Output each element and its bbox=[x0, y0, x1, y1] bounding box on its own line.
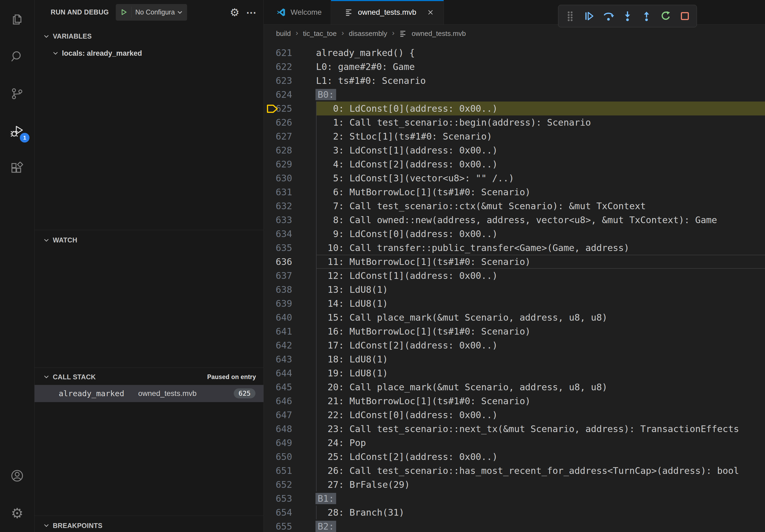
line-number[interactable]: 643 bbox=[264, 352, 297, 366]
line-number[interactable]: 654 bbox=[264, 505, 297, 519]
code-line-text[interactable]: already_marked() { bbox=[316, 46, 765, 60]
section-call-stack[interactable]: CALL STACK Paused on entry bbox=[35, 371, 264, 383]
line-number[interactable]: 655 bbox=[264, 519, 297, 532]
code-line-text[interactable]: 17: LdConst[2](address: 0x00..) bbox=[316, 338, 765, 352]
line-number[interactable]: 640 bbox=[264, 311, 297, 324]
code-line-text[interactable]: 12: LdConst[1](address: 0x00..) bbox=[316, 269, 765, 283]
line-number[interactable]: 630 bbox=[264, 171, 297, 185]
code-line-text[interactable]: 7: Call test_scenario::ctx(&mut Scenario… bbox=[316, 199, 765, 213]
line-number[interactable]: 653 bbox=[264, 492, 297, 505]
code-line-text[interactable]: 20: Call place_mark(&mut Scenario, addre… bbox=[316, 380, 765, 394]
line-number[interactable]: 649 bbox=[264, 436, 297, 450]
code-line-text[interactable]: 22: LdConst[0](address: 0x00..) bbox=[316, 408, 765, 422]
code-line-text[interactable]: 9: LdConst[0](address: 0x00..) bbox=[316, 227, 765, 241]
code-line-text[interactable]: 21: MutBorrowLoc[1](ts#1#0: Scenario) bbox=[316, 394, 765, 408]
code-line-text[interactable]: 10: Call transfer::public_transfer<Game>… bbox=[316, 241, 765, 255]
code-line-text[interactable]: 26: Call test_scenario::has_most_recent_… bbox=[316, 464, 765, 478]
line-number[interactable]: 624 bbox=[264, 88, 297, 102]
code-line-text[interactable]: 11: MutBorrowLoc[1](ts#1#0: Scenario) bbox=[316, 255, 765, 269]
continue-button[interactable] bbox=[583, 10, 596, 23]
step-out-button[interactable] bbox=[640, 10, 653, 23]
code-line-text[interactable]: 28: Branch(31) bbox=[316, 505, 765, 519]
section-watch[interactable]: WATCH bbox=[35, 234, 264, 247]
line-number[interactable]: 650 bbox=[264, 450, 297, 464]
line-number[interactable]: 637 bbox=[264, 269, 297, 283]
line-number[interactable]: 636 bbox=[264, 255, 297, 269]
breadcrumb-item[interactable]: disassembly bbox=[349, 30, 387, 38]
more-actions-icon[interactable]: ... bbox=[246, 8, 257, 16]
breadcrumb-item[interactable]: tic_tac_toe bbox=[303, 30, 337, 38]
activity-account[interactable] bbox=[0, 457, 34, 494]
line-number[interactable]: 638 bbox=[264, 283, 297, 297]
line-number[interactable]: 645 bbox=[264, 380, 297, 394]
code-line-text[interactable]: 16: MutBorrowLoc[1](ts#1#0: Scenario) bbox=[316, 324, 765, 338]
line-number[interactable]: 648 bbox=[264, 422, 297, 436]
activity-run-and-debug[interactable]: 1 bbox=[0, 113, 34, 150]
code-line-text[interactable]: 6: MutBorrowLoc[1](ts#1#0: Scenario) bbox=[316, 185, 765, 199]
tab-welcome[interactable]: Welcome bbox=[264, 0, 331, 24]
code-line-text[interactable]: 14: LdU8(1) bbox=[316, 297, 765, 311]
code-line-text[interactable]: 27: BrFalse(29) bbox=[316, 478, 765, 492]
code-line-text[interactable]: 4: LdConst[2](address: 0x00..) bbox=[316, 157, 765, 171]
code-editor[interactable]: 621already_marked() {622L0: game#2#0: Ga… bbox=[264, 42, 765, 532]
variables-scope-locals[interactable]: locals: already_marked bbox=[35, 47, 264, 60]
code-line-text[interactable]: 23: Call test_scenario::next_tx(&mut Sce… bbox=[316, 422, 765, 436]
code-line-text[interactable]: 3: LdConst[1](address: 0x00..) bbox=[316, 143, 765, 157]
line-number[interactable]: 641 bbox=[264, 324, 297, 338]
step-over-button[interactable] bbox=[602, 10, 615, 23]
toolbar-gripper[interactable] bbox=[564, 10, 576, 23]
breadcrumb-item-file[interactable]: owned_tests.mvb bbox=[412, 30, 466, 38]
line-number[interactable]: 623 bbox=[264, 74, 297, 88]
line-number[interactable]: 635 bbox=[264, 241, 297, 255]
line-number[interactable]: 631 bbox=[264, 185, 297, 199]
code-line-text[interactable]: 0: LdConst[0](address: 0x00..) bbox=[316, 102, 765, 116]
line-number[interactable]: 627 bbox=[264, 130, 297, 143]
code-line-text[interactable]: L0: game#2#0: Game bbox=[316, 60, 765, 74]
code-line-text[interactable]: 8: Call owned::new(address, address, vec… bbox=[316, 213, 765, 227]
stop-button[interactable] bbox=[678, 10, 691, 23]
line-number[interactable]: 628 bbox=[264, 143, 297, 157]
step-into-button[interactable] bbox=[621, 10, 634, 23]
code-line-text[interactable]: 1: Call test_scenario::begin(address): S… bbox=[316, 116, 765, 130]
line-number[interactable]: 651 bbox=[264, 464, 297, 478]
line-number[interactable]: 647 bbox=[264, 408, 297, 422]
code-line-text[interactable]: 15: Call place_mark(&mut Scenario, addre… bbox=[316, 311, 765, 324]
activity-search[interactable] bbox=[0, 38, 34, 75]
code-line-text[interactable]: 24: Pop bbox=[316, 436, 765, 450]
line-number[interactable]: 642 bbox=[264, 338, 297, 352]
line-number[interactable]: 622 bbox=[264, 60, 297, 74]
close-icon[interactable] bbox=[426, 8, 434, 16]
breadcrumb-item[interactable]: build bbox=[276, 30, 291, 38]
line-number[interactable]: 652 bbox=[264, 478, 297, 492]
section-variables[interactable]: VARIABLES bbox=[35, 30, 264, 43]
line-number[interactable]: 629 bbox=[264, 157, 297, 171]
code-line-text[interactable]: 13: LdU8(1) bbox=[316, 283, 765, 297]
debug-gear-icon[interactable]: ⚙ bbox=[230, 7, 239, 18]
line-number[interactable]: 634 bbox=[264, 227, 297, 241]
code-line-text[interactable]: 18: LdU8(1) bbox=[316, 352, 765, 366]
tab-owned-tests[interactable]: owned_tests.mvb bbox=[331, 0, 444, 24]
code-line-text[interactable]: B0: bbox=[316, 88, 765, 102]
line-number[interactable]: 625 bbox=[264, 102, 297, 116]
code-line-text[interactable]: L1: ts#1#0: Scenario bbox=[316, 74, 765, 88]
line-number[interactable]: 633 bbox=[264, 213, 297, 227]
line-number[interactable]: 626 bbox=[264, 116, 297, 130]
line-number[interactable]: 644 bbox=[264, 366, 297, 380]
code-line-text[interactable]: 5: LdConst[3](vector<u8>: "" /..) bbox=[316, 171, 765, 185]
code-line-text[interactable]: 25: LdConst[2](address: 0x00..) bbox=[316, 450, 765, 464]
code-line-text[interactable]: B2: bbox=[316, 519, 765, 532]
code-line-text[interactable]: 19: LdU8(1) bbox=[316, 366, 765, 380]
debug-config-dropdown[interactable]: No Configura bbox=[116, 4, 187, 21]
activity-extensions[interactable] bbox=[0, 150, 34, 187]
activity-explorer[interactable] bbox=[0, 0, 34, 38]
line-number[interactable]: 639 bbox=[264, 297, 297, 311]
code-line-text[interactable]: B1: bbox=[316, 492, 765, 505]
code-line-text[interactable]: 2: StLoc[1](ts#1#0: Scenario) bbox=[316, 130, 765, 143]
line-number[interactable]: 621 bbox=[264, 46, 297, 60]
activity-settings[interactable]: ⚙ bbox=[0, 494, 34, 532]
call-stack-frame[interactable]: already_marked owned_tests.mvb 625 bbox=[35, 385, 264, 402]
line-number[interactable]: 646 bbox=[264, 394, 297, 408]
activity-source-control[interactable] bbox=[0, 75, 34, 113]
section-breakpoints[interactable]: BREAKPOINTS bbox=[35, 519, 264, 532]
start-debug-icon[interactable] bbox=[120, 8, 128, 17]
